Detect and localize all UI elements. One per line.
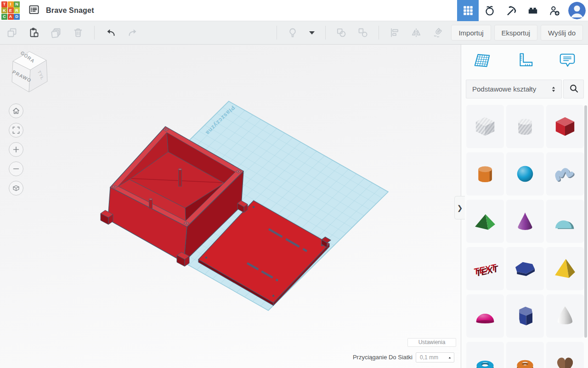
shape-tile-box[interactable] <box>546 105 584 148</box>
shape-tile-prism[interactable] <box>506 294 544 338</box>
snap-grid-value: 0,1 mm <box>420 354 438 361</box>
home-view-button[interactable] <box>9 104 23 118</box>
header-nav <box>457 0 565 21</box>
shape-tile-tube[interactable] <box>506 342 544 368</box>
paste-button[interactable] <box>28 27 40 39</box>
avatar[interactable] <box>568 2 586 19</box>
design-properties-button[interactable] <box>27 4 41 17</box>
toolbar-buttons: ImportujEksportujWyślij do <box>451 25 583 40</box>
simlab-button[interactable] <box>479 0 500 21</box>
plus-icon <box>11 145 21 154</box>
blocks-button[interactable] <box>500 0 522 21</box>
view-cube[interactable]: GÓRA PRAWO TYŁ <box>4 47 55 102</box>
shape-tile-polygon[interactable] <box>506 247 544 290</box>
panel-tool-icons <box>461 50 588 71</box>
logo-tile: I <box>8 1 14 7</box>
search-button[interactable] <box>563 80 584 98</box>
shape-tile-round-roof[interactable] <box>546 200 584 243</box>
sort-updown-icon <box>549 85 561 93</box>
shape-category-row: Podstawowe kształty <box>466 80 584 98</box>
group-button[interactable] <box>335 27 347 39</box>
logo-tile: A <box>8 14 14 20</box>
grid-settings-button[interactable]: Ustawienia <box>407 338 456 347</box>
logo-tile: N <box>14 1 20 7</box>
shape-tile-roof[interactable] <box>466 200 504 243</box>
workplane-tool-button[interactable] <box>472 50 492 71</box>
magnet-icon <box>432 27 443 38</box>
snap-grid-select[interactable]: 0,1 mm <box>416 352 454 362</box>
brick-icon <box>527 5 539 17</box>
shape-tile-text[interactable]: TEXTTEXT <box>466 247 504 290</box>
workplane-icon <box>472 52 492 70</box>
duplicate-button[interactable] <box>50 27 62 39</box>
viewport[interactable]: Płaszczyzna <box>0 45 461 368</box>
shape-tile-paraboloid[interactable] <box>546 294 584 338</box>
app-header: TINKERCAD Brave Snaget <box>0 0 588 21</box>
shape-tile-heart[interactable] <box>546 342 584 368</box>
pickaxe-icon <box>505 5 517 17</box>
undo-button[interactable] <box>105 27 117 39</box>
notes-icon <box>558 52 577 70</box>
redo-button[interactable] <box>127 27 139 39</box>
perspective-toggle-button[interactable] <box>9 181 23 196</box>
perspective-icon <box>11 184 21 193</box>
fit-view-icon <box>11 126 21 135</box>
toolbar-divider <box>94 26 95 40</box>
notes-tool-button[interactable] <box>557 50 577 71</box>
logo-tile: D <box>14 14 20 20</box>
logo-tile: T <box>1 1 7 7</box>
send-to-button[interactable]: Wyślij do <box>541 25 583 40</box>
visibility-dropdown-button[interactable] <box>308 27 316 39</box>
shape-tile-box-transparent[interactable] <box>466 105 504 148</box>
ungroup-button[interactable] <box>357 27 369 39</box>
mirror-button[interactable] <box>410 27 422 39</box>
shape-tile-cylinder-transparent[interactable] <box>506 105 544 148</box>
zoom-in-button[interactable] <box>9 142 23 157</box>
ruler-icon <box>515 52 534 70</box>
home-icon <box>11 106 21 115</box>
person-add-icon <box>548 5 560 17</box>
copy-button[interactable] <box>6 27 18 39</box>
toolbar: ImportujEksportujWyślij do <box>0 21 588 45</box>
show-all-button[interactable] <box>287 27 299 39</box>
import-button[interactable]: Importuj <box>451 25 491 40</box>
shape-tile-torus[interactable] <box>466 342 504 368</box>
delete-button[interactable] <box>72 27 84 39</box>
tinkercad-logo[interactable]: TINKERCAD <box>1 1 20 20</box>
fit-view-button[interactable] <box>9 123 23 138</box>
shape-category-select[interactable]: Podstawowe kształty <box>466 80 562 98</box>
logo-tile: R <box>14 7 20 13</box>
shape-tile-cylinder[interactable] <box>466 152 504 196</box>
shape-tile-scribble[interactable] <box>546 152 584 196</box>
shape-tile-sphere[interactable] <box>506 152 544 196</box>
shape-tile-pyramid[interactable] <box>546 247 584 290</box>
shape-tile-hemisphere[interactable] <box>466 294 504 338</box>
snap-grid-label: Przyciąganie Do Siatki <box>317 354 413 361</box>
list-properties-icon <box>28 4 40 17</box>
align-button[interactable] <box>389 27 401 39</box>
export-button[interactable]: Eksportuj <box>494 25 538 40</box>
paste-icon <box>28 27 40 38</box>
chevron-right-icon: ❯ <box>457 204 463 212</box>
copy-icon <box>6 27 17 38</box>
panel-collapse-button[interactable]: ❯ <box>454 196 465 219</box>
ruler-tool-button[interactable] <box>514 50 535 71</box>
snap-magnet-button[interactable] <box>432 27 444 39</box>
trash-icon <box>73 27 84 38</box>
toolbar-right-group <box>277 26 444 40</box>
grid-tiles-icon <box>462 5 474 17</box>
logo-tile: C <box>1 14 7 20</box>
toolbar-divider <box>379 26 379 40</box>
3d-scene[interactable]: Płaszczyzna <box>0 45 461 368</box>
bricks-button[interactable] <box>522 0 543 21</box>
panel-scrollbar[interactable] <box>584 105 587 338</box>
design-title: Brave Snaget <box>46 6 94 15</box>
shape-tile-cone[interactable] <box>506 200 544 243</box>
search-icon <box>569 83 579 95</box>
redo-icon <box>127 27 138 38</box>
invite-button[interactable] <box>543 0 565 21</box>
zoom-out-button[interactable] <box>9 161 23 176</box>
shape-tile-grid: TEXTTEXT <box>466 105 584 368</box>
logo-tile: K <box>1 7 7 13</box>
designs-view-button[interactable] <box>457 0 479 21</box>
